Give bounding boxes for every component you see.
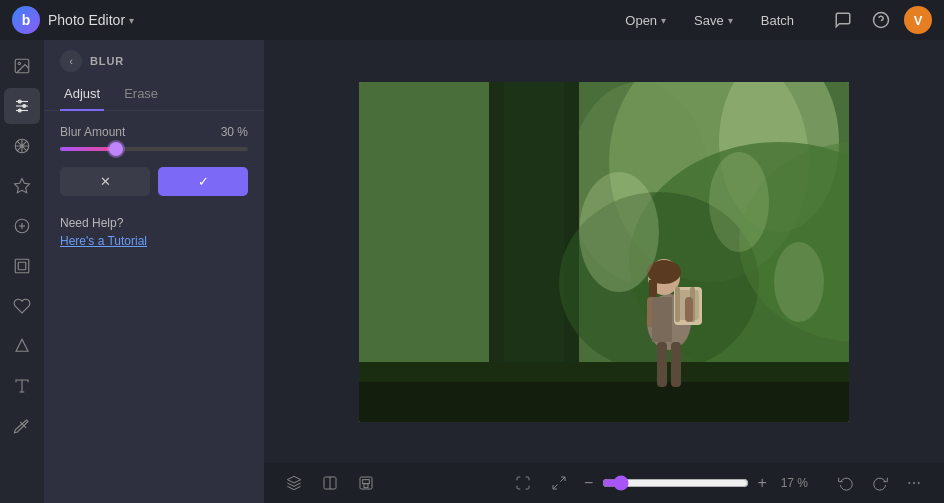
svg-point-7 — [18, 100, 21, 103]
redo-icon — [872, 475, 888, 491]
blur-panel: ‹ BLUR Adjust Erase Blur Amount 30 % — [44, 40, 264, 503]
help-link[interactable]: Here's a Tutorial — [60, 234, 248, 248]
slider-thumb[interactable] — [109, 142, 123, 156]
comment-icon — [834, 11, 852, 29]
fit-icon — [515, 475, 531, 491]
redo-button[interactable] — [866, 469, 894, 497]
sidebar-text-button[interactable] — [4, 368, 40, 404]
svg-point-8 — [23, 105, 26, 108]
star-icon — [13, 177, 31, 195]
main-area: ‹ BLUR Adjust Erase Blur Amount 30 % — [0, 40, 944, 503]
layers-button[interactable] — [280, 469, 308, 497]
svg-marker-17 — [16, 339, 28, 351]
panel-back-button[interactable]: ‹ — [60, 50, 82, 72]
sidebar-effects-button[interactable] — [4, 128, 40, 164]
batch-label: Batch — [761, 13, 794, 28]
heart-icon — [13, 297, 31, 315]
panel-content: Blur Amount 30 % ✕ ✓ — [44, 111, 264, 503]
panel-title: BLUR — [90, 55, 124, 67]
canvas-image — [359, 82, 849, 422]
frame-icon — [13, 257, 31, 275]
sidebar-frames-button[interactable] — [4, 248, 40, 284]
undo-button[interactable] — [832, 469, 860, 497]
app-title-button[interactable]: Photo Editor ▾ — [48, 12, 134, 28]
sidebar-image-button[interactable] — [4, 48, 40, 84]
topbar-right-icons: V — [828, 5, 932, 35]
svg-point-9 — [18, 109, 21, 112]
help-icon — [872, 11, 890, 29]
svg-marker-11 — [15, 179, 30, 193]
svg-rect-43 — [671, 342, 681, 387]
more-options-button[interactable] — [900, 469, 928, 497]
logo-letter: b — [22, 12, 31, 28]
user-avatar[interactable]: V — [904, 6, 932, 34]
open-chevron-icon: ▾ — [661, 15, 666, 26]
save-bottom-icon — [358, 475, 374, 491]
text-icon — [13, 377, 31, 395]
sliders-icon — [13, 97, 31, 115]
svg-rect-55 — [364, 484, 368, 488]
effects-icon — [13, 137, 31, 155]
svg-rect-46 — [652, 297, 672, 342]
fit-button[interactable] — [509, 469, 537, 497]
slider-track — [60, 147, 248, 151]
svg-rect-33 — [359, 382, 849, 422]
svg-point-60 — [909, 482, 910, 483]
zoom-slider[interactable] — [602, 475, 748, 491]
right-bottom-icons — [832, 469, 928, 497]
help-title: Need Help? — [60, 216, 248, 230]
bottom-bar: − + 17 % — [264, 463, 944, 503]
zoom-in-button[interactable]: + — [755, 471, 770, 495]
tab-adjust[interactable]: Adjust — [60, 78, 104, 111]
blur-slider-container — [60, 147, 248, 151]
cancel-button[interactable]: ✕ — [60, 167, 150, 196]
blur-amount-row: Blur Amount 30 % — [60, 125, 248, 139]
canvas-area: − + 17 % — [264, 40, 944, 503]
save-button[interactable]: Save ▾ — [684, 7, 743, 34]
tab-erase[interactable]: Erase — [120, 78, 162, 111]
compare-button[interactable] — [316, 469, 344, 497]
sidebar-star-button[interactable] — [4, 168, 40, 204]
batch-button[interactable]: Batch — [751, 7, 804, 34]
help-icon-button[interactable] — [866, 5, 896, 35]
more-icon — [906, 475, 922, 491]
sidebar-add-button[interactable] — [4, 208, 40, 244]
title-chevron-icon: ▾ — [129, 15, 134, 26]
svg-rect-40 — [675, 287, 680, 322]
fullscreen-icon — [551, 475, 567, 491]
app-logo: b — [12, 6, 40, 34]
svg-line-56 — [560, 477, 565, 482]
sidebar-adjustments-button[interactable] — [4, 88, 40, 124]
open-button[interactable]: Open ▾ — [615, 7, 676, 34]
topbar: b Photo Editor ▾ Open ▾ Save ▾ Batch V — [0, 0, 944, 40]
apply-button[interactable]: ✓ — [158, 167, 248, 196]
brush-icon — [13, 417, 31, 435]
image-sidebar-icon — [13, 57, 31, 75]
tab-adjust-label: Adjust — [64, 86, 100, 101]
blur-amount-label: Blur Amount — [60, 125, 125, 139]
sidebar-shapes-button[interactable] — [4, 328, 40, 364]
open-label: Open — [625, 13, 657, 28]
avatar-letter: V — [914, 13, 923, 28]
panel-tab-bar: Adjust Erase — [44, 78, 264, 111]
layers-bottom-icon — [286, 475, 302, 491]
save-chevron-icon: ▾ — [728, 15, 733, 26]
save-label: Save — [694, 13, 724, 28]
svg-rect-15 — [15, 259, 29, 273]
comment-icon-button[interactable] — [828, 5, 858, 35]
help-section: Need Help? Here's a Tutorial — [60, 216, 248, 248]
svg-point-3 — [18, 62, 20, 64]
sidebar-heart-button[interactable] — [4, 288, 40, 324]
zoom-out-button[interactable]: − — [581, 471, 596, 495]
svg-marker-50 — [287, 476, 300, 483]
compare-icon — [322, 475, 338, 491]
canvas-viewport[interactable] — [264, 40, 944, 463]
zoom-minus-icon: − — [584, 474, 593, 492]
zoom-value: 17 % — [776, 476, 808, 490]
fullscreen-button[interactable] — [545, 469, 573, 497]
sidebar-brush-button[interactable] — [4, 408, 40, 444]
save-bottom-button[interactable] — [352, 469, 380, 497]
apply-icon: ✓ — [198, 174, 209, 189]
tab-erase-label: Erase — [124, 86, 158, 101]
svg-point-58 — [913, 482, 914, 483]
